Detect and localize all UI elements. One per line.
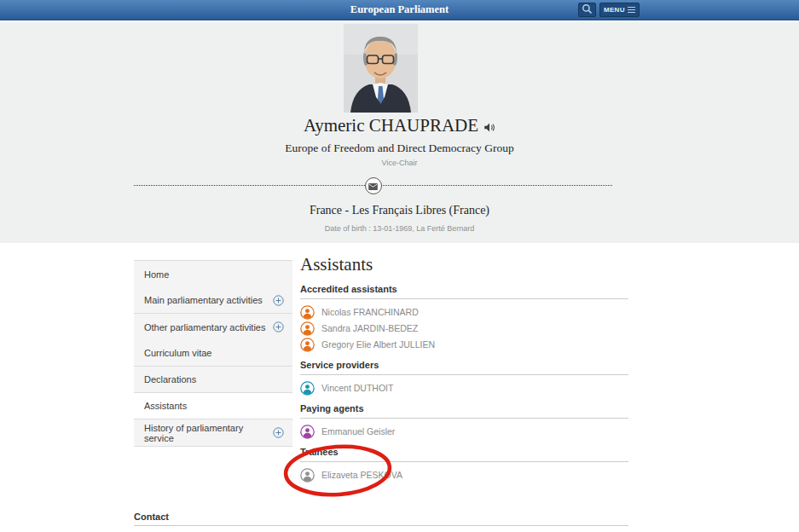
sidebar-item-label: Other parliamentary activities — [144, 322, 273, 332]
sidebar-item-assistants[interactable]: Assistants — [134, 393, 292, 419]
expand-plus-icon[interactable] — [273, 427, 284, 438]
assistant-name: Sandra JARDIN-BEDEZ — [321, 323, 418, 333]
mep-name: Aymeric CHAUPRADE — [304, 115, 478, 136]
assistant-name: Nicolas FRANCHINARD — [321, 307, 419, 317]
section-heading: Trainees — [300, 447, 628, 457]
expand-plus-icon[interactable] — [273, 321, 284, 332]
assistant-row[interactable]: Gregory Elie Albert JULLIEN — [300, 338, 628, 351]
assistant-row[interactable]: Emmanuel Geisler — [300, 425, 628, 438]
political-group: Europe of Freedom and Direct Democracy G… — [0, 142, 799, 155]
section-divider — [300, 461, 628, 462]
person-icon — [300, 381, 315, 396]
section-heading: Accredited assistants — [300, 284, 628, 294]
speaker-icon[interactable] — [483, 117, 495, 137]
sidebar-item-history-of-parliamentary-service[interactable]: History of parliamentary service — [134, 419, 292, 446]
section-divider — [300, 418, 628, 419]
dotted-divider — [134, 185, 612, 186]
sidebar-item-declarations[interactable]: Declarations — [134, 367, 292, 393]
menu-label: MENU — [604, 6, 625, 14]
group-role: Vice-Chair — [0, 159, 799, 167]
site-title[interactable]: European Parliament — [0, 3, 799, 16]
assistant-name: Emmanuel Geisler — [321, 426, 395, 437]
contact-divider — [134, 525, 628, 526]
section-service-providers: Service providers Vincent DUTHOIT — [300, 360, 628, 395]
section-accredited-assistants: Accredited assistants Nicolas FRANCHINAR… — [300, 284, 628, 351]
main-content: Assistants Accredited assistants Nicolas… — [300, 254, 628, 484]
assistant-name: Gregory Elie Albert JULLIEN — [321, 339, 435, 350]
topbar: European Parliament MENU — [0, 0, 799, 20]
person-icon — [300, 468, 315, 483]
profile-header: Aymeric CHAUPRADE Europe of Freedom and … — [0, 22, 799, 243]
menu-button[interactable]: MENU — [599, 3, 640, 17]
sidebar-item-label: History of parliamentary service — [144, 423, 273, 443]
contact-section: Contact — [134, 512, 628, 526]
section-trainees: Trainees Elizaveta PESKOVA — [300, 447, 628, 482]
sidebar-item-other-parliamentary-activities[interactable]: Other parliamentary activities — [134, 314, 292, 340]
sidebar-item-main-parliamentary-activities[interactable]: Main parliamentary activities — [134, 287, 292, 314]
section-heading: Paying agents — [300, 403, 628, 413]
sidebar-item-label: Home — [144, 269, 284, 280]
sidebar: Home Main parliamentary activities Other… — [134, 260, 292, 447]
search-icon — [582, 3, 593, 18]
person-icon — [300, 425, 315, 439]
envelope-icon — [368, 178, 378, 194]
date-of-birth: Date of birth : 13-01-1969, La Ferté Ber… — [0, 224, 799, 233]
mep-photo — [344, 24, 418, 113]
section-paying-agents: Paying agents Emmanuel Geisler — [300, 403, 628, 438]
sidebar-item-home[interactable]: Home — [134, 261, 292, 287]
assistant-row[interactable]: Nicolas FRANCHINARD — [300, 305, 628, 319]
page: European Parliament MENU — [0, 0, 799, 532]
email-button[interactable] — [365, 177, 382, 194]
section-heading: Service providers — [300, 360, 628, 370]
sidebar-item-label: Assistants — [144, 401, 284, 411]
person-icon — [300, 338, 315, 352]
assistant-name: Vincent DUTHOIT — [321, 383, 393, 393]
section-divider — [300, 298, 628, 299]
assistant-row[interactable]: Elizaveta PESKOVA — [300, 468, 628, 482]
person-icon — [300, 305, 315, 320]
sidebar-item-label: Declarations — [144, 374, 284, 385]
sidebar-item-label: Main parliamentary activities — [144, 295, 273, 305]
mep-name-heading: Aymeric CHAUPRADE — [0, 115, 799, 138]
section-divider — [300, 374, 628, 375]
contact-heading: Contact — [134, 512, 628, 522]
topbar-actions: MENU — [578, 3, 640, 17]
assistant-name: Elizaveta PESKOVA — [321, 470, 402, 480]
expand-plus-icon[interactable] — [273, 295, 284, 306]
assistant-row[interactable]: Vincent DUTHOIT — [300, 381, 628, 395]
hamburger-icon — [628, 5, 635, 14]
sidebar-item-label: Curriculum vitae — [144, 348, 284, 358]
sidebar-item-curriculum-vitae[interactable]: Curriculum vitae — [134, 340, 292, 367]
search-button[interactable] — [578, 3, 596, 17]
page-title: Assistants — [300, 254, 628, 275]
country-party: France - Les Français Libres (France) — [0, 204, 799, 217]
assistant-row[interactable]: Sandra JARDIN-BEDEZ — [300, 321, 628, 335]
person-icon — [300, 321, 315, 336]
